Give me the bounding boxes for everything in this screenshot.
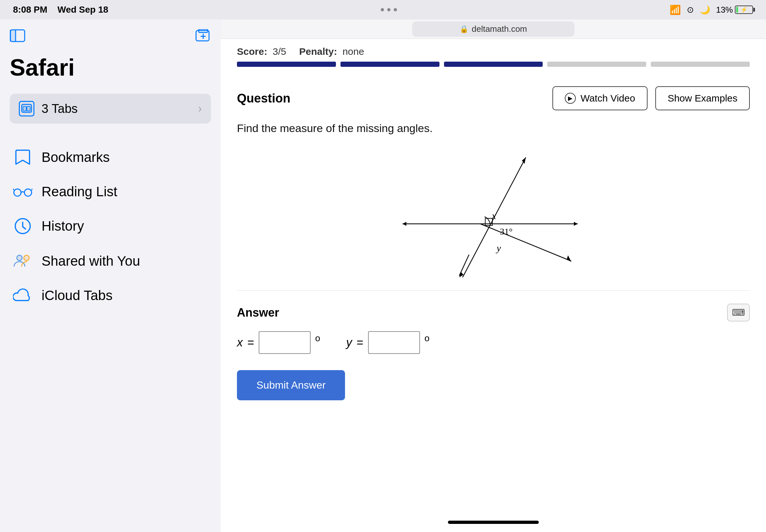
svg-line-13 bbox=[13, 189, 14, 190]
svg-rect-10 bbox=[27, 106, 30, 111]
score-info: Score: 3/5 Penalty: none bbox=[237, 46, 750, 57]
status-time-date: 8:08 PM Wed Sep 18 bbox=[13, 5, 108, 15]
lock-icon: 🔒 bbox=[460, 25, 468, 33]
home-bar bbox=[448, 521, 539, 524]
svg-point-12 bbox=[24, 189, 31, 196]
svg-marker-28 bbox=[567, 255, 571, 262]
main-container: Safari 3 Tabs › Bookma bbox=[0, 19, 766, 532]
home-bar-area bbox=[221, 513, 766, 532]
sidebar-item-icloud-tabs[interactable]: iCloud Tabs bbox=[10, 279, 211, 312]
icloud-icon bbox=[13, 288, 32, 303]
question-label: Question bbox=[237, 91, 290, 105]
score-bar: Score: 3/5 Penalty: none bbox=[221, 39, 766, 73]
y-input[interactable] bbox=[368, 331, 420, 354]
glasses-icon bbox=[13, 186, 32, 198]
svg-text:31°: 31° bbox=[500, 226, 513, 236]
wifi-icon: 📶 bbox=[670, 5, 681, 15]
header-buttons: ▶ Watch Video Show Examples bbox=[553, 86, 750, 110]
status-time: 8:08 PM bbox=[13, 5, 47, 15]
x-variable: x bbox=[237, 336, 243, 349]
browser-area: 🔒 deltamath.com Score: 3/5 Penalty: none bbox=[221, 19, 766, 532]
x-input[interactable] bbox=[259, 331, 310, 354]
x-degree: o bbox=[315, 333, 320, 344]
new-tab-button[interactable] bbox=[195, 29, 211, 44]
question-header: Question ▶ Watch Video Show Examples bbox=[237, 86, 750, 110]
sidebar-toggle-button[interactable] bbox=[10, 29, 25, 44]
answer-label: Answer ⌨ bbox=[237, 304, 750, 321]
x-answer-field: x = o bbox=[237, 331, 320, 354]
svg-marker-22 bbox=[403, 222, 407, 226]
geometry-diagram: 31° x y bbox=[237, 148, 750, 277]
svg-text:y: y bbox=[496, 243, 501, 253]
show-examples-button[interactable]: Show Examples bbox=[655, 86, 750, 110]
svg-point-19 bbox=[24, 255, 29, 261]
status-right: 📶 ⊙ 🌙 13% ⚡ bbox=[670, 5, 753, 15]
sidebar-item-history[interactable]: History bbox=[10, 209, 211, 244]
y-answer-field: y = o bbox=[346, 331, 430, 354]
y-variable: y bbox=[346, 336, 352, 349]
bookmark-icon bbox=[13, 149, 32, 166]
charging-icon: ⚡ bbox=[740, 6, 748, 13]
sidebar-item-shared-with-you[interactable]: Shared with You bbox=[10, 244, 211, 279]
keyboard-toggle-button[interactable]: ⌨ bbox=[727, 304, 750, 321]
sidebar-item-reading-list[interactable]: Reading List bbox=[10, 175, 211, 209]
sidebar-item-bookmarks[interactable]: Bookmarks bbox=[10, 140, 211, 175]
progress-seg-4 bbox=[547, 62, 646, 67]
moon-icon: 🌙 bbox=[700, 5, 710, 15]
score-label: Score: 3/5 bbox=[237, 46, 286, 57]
status-center-dots bbox=[381, 8, 397, 11]
tabs-row[interactable]: 3 Tabs › bbox=[10, 94, 211, 124]
question-text: Find the measure of the missing angles. bbox=[237, 122, 750, 135]
angle-diagram: 31° x y bbox=[396, 148, 591, 277]
progress-seg-3 bbox=[444, 62, 543, 67]
y-equals: = bbox=[357, 336, 363, 349]
progress-seg-2 bbox=[340, 62, 440, 67]
svg-line-17 bbox=[23, 227, 26, 229]
dot-3 bbox=[394, 8, 397, 11]
svg-text:x: x bbox=[492, 210, 496, 221]
progress-container bbox=[237, 62, 750, 67]
penalty-label: Penalty: none bbox=[299, 46, 364, 57]
tabs-count-label: 3 Tabs bbox=[42, 102, 78, 116]
dot-1 bbox=[381, 8, 384, 11]
svg-point-18 bbox=[17, 255, 22, 261]
battery-icon: ⚡ bbox=[735, 6, 753, 14]
dot-2 bbox=[387, 8, 391, 11]
submit-answer-button[interactable]: Submit Answer bbox=[237, 370, 345, 400]
url-text: deltamath.com bbox=[472, 24, 527, 34]
y-degree: o bbox=[425, 333, 430, 344]
svg-line-27 bbox=[480, 224, 571, 261]
answer-inputs: x = o y = o bbox=[237, 331, 750, 354]
svg-rect-1 bbox=[10, 30, 16, 42]
battery-percent: 13% bbox=[716, 5, 733, 15]
browser-topbar: 🔒 deltamath.com bbox=[221, 19, 766, 39]
svg-rect-9 bbox=[23, 106, 26, 111]
bookmarks-label: Bookmarks bbox=[42, 150, 110, 165]
watch-video-button[interactable]: ▶ Watch Video bbox=[553, 86, 647, 110]
tabs-chevron-icon: › bbox=[198, 102, 202, 115]
battery-fill bbox=[736, 7, 738, 13]
progress-seg-5 bbox=[651, 62, 750, 67]
tabs-row-left: 3 Tabs bbox=[19, 101, 78, 116]
svg-rect-29 bbox=[485, 218, 493, 225]
svg-line-14 bbox=[31, 189, 32, 190]
status-date: Wed Sep 18 bbox=[57, 5, 108, 15]
sidebar-top-buttons bbox=[10, 29, 211, 44]
battery-area: 13% ⚡ bbox=[716, 5, 753, 15]
icloud-tabs-label: iCloud Tabs bbox=[42, 288, 113, 303]
reading-list-label: Reading List bbox=[42, 184, 117, 199]
svg-marker-21 bbox=[574, 222, 578, 226]
history-label: History bbox=[42, 218, 84, 234]
shared-with-you-icon bbox=[13, 253, 32, 270]
question-area: Question ▶ Watch Video Show Examples Fin… bbox=[221, 73, 766, 513]
progress-seg-1 bbox=[237, 62, 336, 67]
play-circle-icon: ▶ bbox=[565, 93, 576, 104]
svg-point-11 bbox=[14, 189, 21, 196]
url-bar[interactable]: 🔒 deltamath.com bbox=[412, 21, 575, 37]
tabs-icon bbox=[19, 101, 34, 116]
app-title: Safari bbox=[10, 54, 211, 81]
x-equals: = bbox=[247, 336, 254, 349]
answer-section: Answer ⌨ x = o y = o bbox=[237, 290, 750, 400]
status-bar: 8:08 PM Wed Sep 18 📶 ⊙ 🌙 13% ⚡ bbox=[0, 0, 766, 19]
sidebar: Safari 3 Tabs › Bookma bbox=[0, 19, 221, 532]
